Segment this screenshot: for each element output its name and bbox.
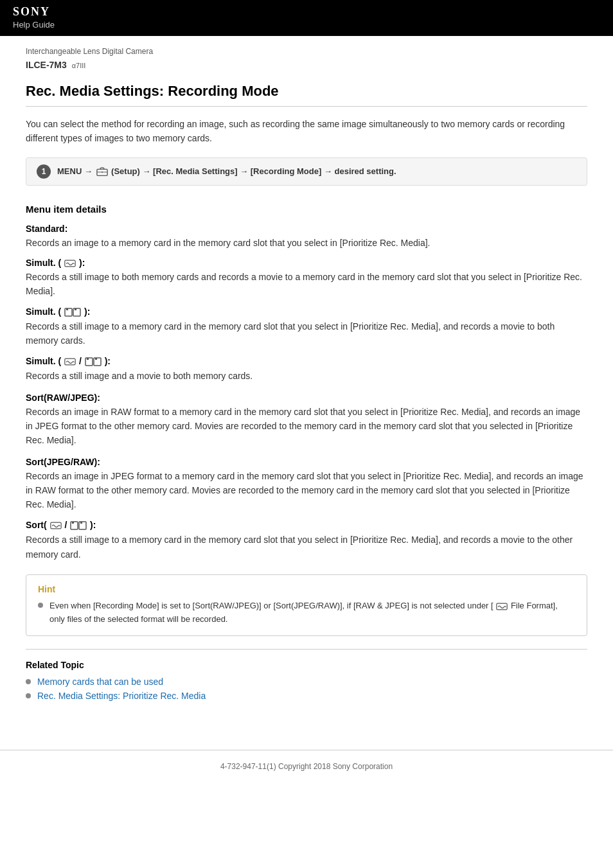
- hint-title: Hint: [38, 584, 575, 594]
- item-standard-label: Standard:: [26, 224, 587, 234]
- item-simult-both-desc: Records a still image and a movie to bot…: [26, 369, 587, 383]
- item-simult-card-label: Simult. ( ):: [26, 306, 587, 317]
- svg-rect-7: [75, 308, 76, 310]
- svg-rect-16: [79, 522, 86, 529]
- item-sort-jpeg-desc: Records an image in JPEG format to a mem…: [26, 469, 587, 512]
- card-icon: [64, 307, 81, 317]
- step-number: 1: [37, 164, 51, 179]
- item-standard-desc: Records an image to a memory card in the…: [26, 236, 587, 250]
- header: SONY Help Guide: [0, 0, 613, 36]
- footer: 4-732-947-11(1) Copyright 2018 Sony Corp…: [0, 750, 613, 783]
- item-sort-both-desc: Records a still image to a memory card i…: [26, 533, 587, 562]
- related-title: Related Topic: [26, 660, 587, 670]
- item-sort-jpeg-label: Sort(JPEG/RAW):: [26, 457, 587, 467]
- wave-icon-hint: [496, 603, 508, 610]
- wave-icon: [64, 260, 76, 267]
- related-item-1: Memory cards that can be used: [26, 677, 587, 687]
- svg-rect-17: [80, 522, 82, 524]
- svg-rect-6: [73, 308, 80, 316]
- related-bullet-1: [26, 679, 31, 684]
- svg-rect-12: [95, 358, 97, 360]
- footer-text: 4-732-947-11(1) Copyright 2018 Sony Corp…: [220, 762, 393, 771]
- wave-icon-3: [50, 522, 62, 529]
- header-subtitle: Help Guide: [13, 20, 600, 30]
- page-title: Rec. Media Settings: Recording Mode: [26, 83, 587, 107]
- svg-rect-14: [71, 522, 78, 529]
- item-simult-both-label: Simult. ( / ):: [26, 356, 587, 367]
- item-sort-raw-desc: Records an image in RAW format to a memo…: [26, 405, 587, 448]
- intro-text: You can select the method for recording …: [26, 117, 587, 146]
- item-simult-wave-label: Simult. ( ):: [26, 258, 587, 268]
- related-link-2[interactable]: Rec. Media Settings: Prioritize Rec. Med…: [37, 691, 206, 701]
- svg-rect-15: [72, 522, 74, 524]
- svg-rect-11: [94, 358, 101, 366]
- item-simult-wave-desc: Records a still image to both memory car…: [26, 270, 587, 299]
- hint-bullet: [38, 603, 43, 608]
- card-icon-2: [85, 357, 102, 367]
- hint-text: Even when [Recording Mode] is set to [So…: [49, 599, 575, 626]
- item-sort-both-label: Sort( / ):: [26, 520, 587, 531]
- svg-rect-4: [65, 308, 72, 316]
- svg-rect-10: [87, 358, 89, 360]
- step-text: MENU → (Setup) → [Rec. Media Settings] →…: [57, 165, 396, 178]
- hint-item: Even when [Recording Mode] is set to [So…: [38, 599, 575, 626]
- svg-rect-5: [66, 308, 68, 310]
- wave-icon-2: [64, 358, 76, 366]
- setup-icon: [96, 166, 108, 177]
- brand-logo: SONY: [13, 5, 600, 19]
- related-item-2: Rec. Media Settings: Prioritize Rec. Med…: [26, 691, 587, 701]
- model-alpha: α7III: [72, 62, 86, 69]
- model-number: ILCE-7M3: [26, 60, 67, 70]
- card-icon-3: [70, 520, 87, 531]
- item-sort-raw-label: Sort(RAW/JPEG):: [26, 393, 587, 403]
- main-content: Interchangeable Lens Digital Camera ILCE…: [0, 36, 613, 731]
- related-section: Related Topic Memory cards that can be u…: [26, 649, 587, 701]
- svg-rect-2: [102, 172, 103, 173]
- item-simult-card-desc: Records a still image to a memory card i…: [26, 319, 587, 348]
- svg-rect-9: [85, 358, 93, 366]
- hint-box: Hint Even when [Recording Mode] is set t…: [26, 574, 587, 636]
- step-instruction: 1 MENU → (Setup) → [Rec. Media Settings]…: [26, 157, 587, 186]
- breadcrumb-line1: Interchangeable Lens Digital Camera: [26, 46, 587, 57]
- menu-details-heading: Menu item details: [26, 204, 587, 215]
- related-bullet-2: [26, 693, 31, 698]
- related-link-1[interactable]: Memory cards that can be used: [37, 677, 163, 687]
- breadcrumb-model: ILCE-7M3 α7III: [26, 60, 587, 70]
